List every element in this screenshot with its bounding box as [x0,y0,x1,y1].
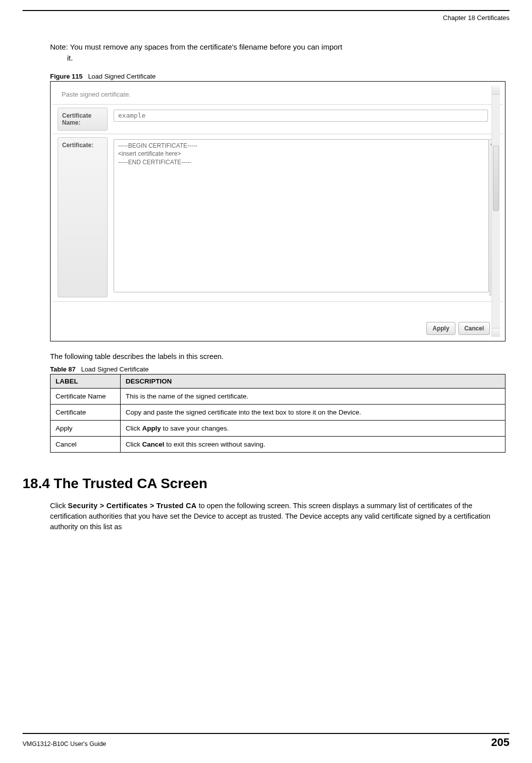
cert-textarea[interactable] [114,139,489,292]
chapter-header: Chapter 18 Certificates [23,11,509,31]
row-cert: Certificate: [53,134,503,300]
footer-page-number: 205 [491,736,509,749]
td-desc: Copy and paste the signed certificate in… [121,404,505,420]
description-table: LABEL DESCRIPTION Certificate Name This … [50,374,505,453]
figure-box: Paste signed certificate. Certificate Na… [50,81,505,341]
figure-ui: Paste signed certificate. Certificate Na… [53,84,503,339]
td-desc: This is the name of the signed certifica… [121,388,505,404]
outer-scrollbar-thumb[interactable] [493,146,499,211]
td-label: Certificate Name [51,388,121,404]
row-cert-name: Certificate Name: [53,104,503,134]
note-line1: Note: You must remove any spaces from th… [50,43,342,51]
table-caption-label: Table 87 [50,365,76,373]
table-row: Certificate Name This is the name of the… [51,388,505,404]
td-desc: Click Cancel to exit this screen without… [121,436,505,452]
page-footer: VMG1312-B10C User's Guide 205 [23,733,509,749]
section-para-pre: Click [50,502,68,510]
figure-caption-title: Load Signed Certificate [88,73,156,80]
table-row: Cancel Click Cancel to exit this screen … [51,436,505,452]
figure-instruction: Paste signed certificate. [53,84,503,104]
td-label: Apply [51,420,121,436]
table-intro: The following table describes the labels… [50,352,509,360]
th-label: LABEL [51,374,121,388]
label-cert: Certificate: [58,137,108,297]
figure-caption-label: Figure 115 [50,73,83,80]
figure-buttons: Apply Cancel [426,322,490,335]
outer-scrollbar[interactable] [491,86,500,337]
section-paragraph: Click Security > Certificates > Trusted … [50,501,509,532]
figure-caption: Figure 115 Load Signed Certificate [50,73,509,80]
td-label: Cancel [51,436,121,452]
figure-divider [53,301,503,302]
footer-row: VMG1312-B10C User's Guide 205 [23,734,509,749]
th-desc: DESCRIPTION [121,374,505,388]
td-label: Certificate [51,404,121,420]
table-head-row: LABEL DESCRIPTION [51,374,505,388]
note-line2: it. [50,53,509,64]
section-heading: 18.4 The Trusted CA Screen [23,476,509,492]
cancel-button[interactable]: Cancel [458,322,490,335]
note-text: Note: You must remove any spaces from th… [50,42,509,64]
cert-name-input[interactable] [114,110,488,122]
table-caption-title: Load Signed Certificate [81,365,149,373]
apply-button[interactable]: Apply [426,322,455,335]
footer-guide-name: VMG1312-B10C User's Guide [23,740,106,747]
table-row: Certificate Copy and paste the signed ce… [51,404,505,420]
label-cert-name: Certificate Name: [58,108,108,131]
section-nav-path: Security > Certificates > Trusted CA [68,502,196,510]
table-caption: Table 87 Load Signed Certificate [50,365,509,373]
table-row: Apply Click Apply to save your changes. [51,420,505,436]
cert-textarea-wrap [114,139,498,295]
td-desc: Click Apply to save your changes. [121,420,505,436]
